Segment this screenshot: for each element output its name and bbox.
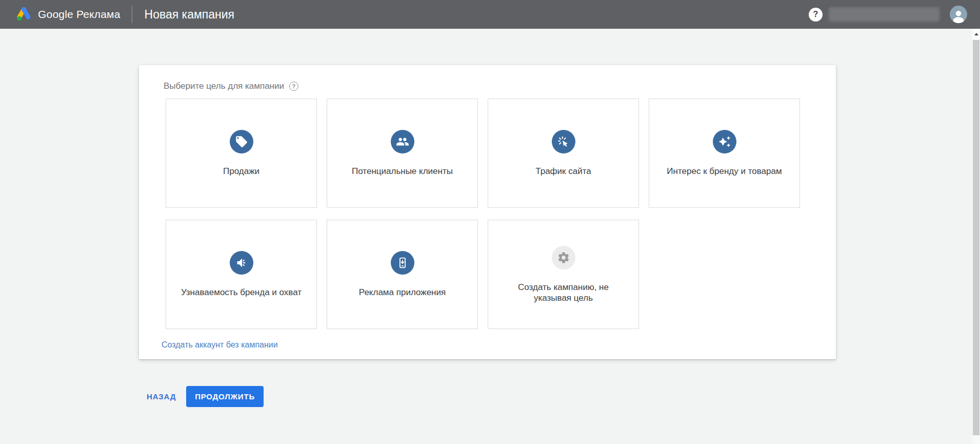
header-divider [132,6,132,23]
goal-tile-product-brand-consideration[interactable]: Интерес к бренду и товарам [649,99,800,208]
account-info-redacted [829,7,939,22]
bottom-actions: НАЗАД ПРОДОЛЖИТЬ [147,386,264,407]
card-title-row: Выберите цель для кампании ? [164,81,298,91]
tag-icon [230,130,253,153]
goal-tile-no-goal[interactable]: Создать кампанию, не указывая цель [488,220,639,329]
goal-tile-website-traffic[interactable]: Трафик сайта [488,99,639,208]
avatar[interactable] [950,6,967,23]
scrollbar-up-button[interactable] [972,29,980,39]
app-install-icon [391,251,414,275]
brand-area: Google Реклама [14,6,121,23]
goal-label: Интерес к бренду и товарам [667,166,782,177]
create-account-without-campaign-link[interactable]: Создать аккаунт без кампании [162,340,278,350]
sparkles-icon [713,130,736,153]
goal-tile-leads[interactable]: Потенциальные клиенты [327,99,478,208]
goal-label: Потенциальные клиенты [352,166,453,177]
goal-label: Создать кампанию, не указывая цель [499,282,628,303]
help-glyph: ? [813,10,818,19]
page-title: Новая кампания [145,8,234,22]
speaker-icon [230,251,253,275]
goal-tile-sales[interactable]: Продажи [166,99,317,208]
google-ads-logo-icon [14,6,32,23]
title-help-icon[interactable]: ? [289,82,298,91]
people-icon [391,130,414,153]
gear-icon [552,246,575,269]
brand-text: Google Реклама [38,8,121,21]
card-title: Выберите цель для кампании [164,81,284,91]
goal-label: Продажи [223,166,259,177]
vertical-scrollbar[interactable] [972,29,980,444]
continue-button[interactable]: ПРОДОЛЖИТЬ [186,386,264,407]
scrollbar-thumb[interactable] [973,40,979,435]
click-cursor-icon [552,130,575,153]
person-icon [951,8,966,23]
goal-tile-brand-awareness-reach[interactable]: Узнаваемость бренда и охват [166,220,317,329]
goal-tile-app-promotion[interactable]: Реклама приложения [327,220,478,329]
campaign-goal-card: Выберите цель для кампании ? Продажи Пот… [139,65,836,359]
back-button[interactable]: НАЗАД [147,387,176,406]
scroll-up-arrow-icon [974,33,978,35]
help-icon[interactable]: ? [809,8,823,22]
goal-label: Узнаваемость бренда и охват [181,287,302,298]
goal-label: Трафик сайта [535,166,591,177]
app-header: Google Реклама Новая кампания ? [0,0,980,29]
goals-grid: Продажи Потенциальные клиенты [166,99,800,329]
title-help-glyph: ? [292,83,296,89]
goal-label: Реклама приложения [359,287,446,298]
header-right: ? [809,6,980,23]
